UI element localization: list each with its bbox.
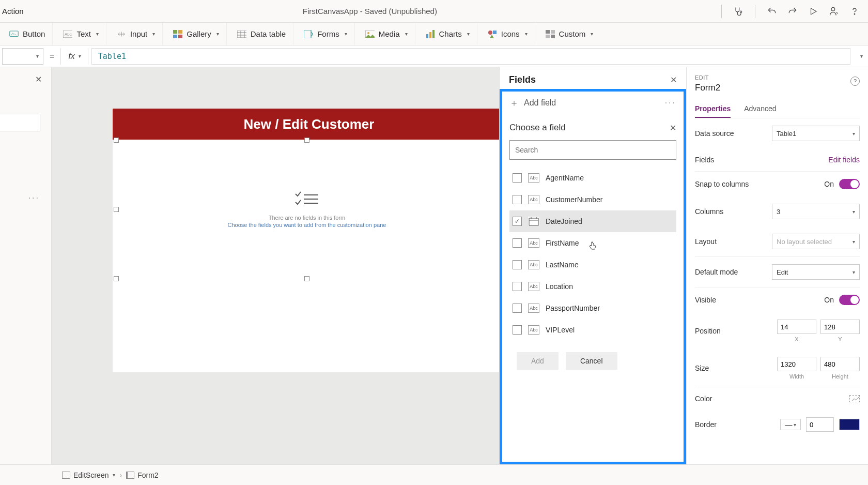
cancel-button[interactable]: Cancel [566, 352, 617, 370]
add-field-label: Add field [524, 98, 556, 108]
border-color-swatch[interactable] [839, 419, 860, 430]
field-row[interactable]: AbcFirstName [509, 232, 676, 254]
columns-select[interactable]: 3 ▾ [772, 204, 860, 219]
svg-rect-9 [178, 35, 182, 38]
resize-handle[interactable] [304, 138, 309, 143]
formula-input[interactable]: Table1 [91, 48, 850, 65]
breadcrumb-screen[interactable]: EditScreen ▾ [62, 471, 115, 479]
text-type-icon: Abc [528, 260, 539, 269]
checkbox[interactable] [513, 325, 522, 335]
tab-advanced[interactable]: Advanced [744, 100, 776, 118]
stethoscope-icon[interactable] [729, 2, 748, 21]
field-row[interactable]: AbcVIPLevel [509, 319, 676, 341]
border-width-input[interactable] [806, 417, 834, 432]
insert-forms[interactable]: Forms ▾ [297, 23, 355, 45]
checkbox[interactable] [513, 282, 522, 291]
checkbox[interactable] [513, 260, 522, 269]
insert-data-table[interactable]: Data table [230, 23, 293, 45]
person-icon[interactable] [825, 2, 843, 21]
svg-rect-14 [426, 34, 428, 38]
field-row[interactable]: AbcLocation [509, 276, 676, 297]
width-label: Width [777, 373, 816, 380]
close-icon[interactable]: ✕ [35, 74, 42, 84]
add-field-bar[interactable]: ＋ Add field ··· [502, 92, 684, 114]
formula-expand[interactable]: ▾ [854, 53, 868, 59]
design-canvas[interactable]: New / Edit Customer There are no fields … [52, 67, 499, 464]
insert-input[interactable]: Input ▾ [110, 23, 163, 45]
layout-select[interactable]: No layout selected ▾ [772, 234, 860, 249]
resize-handle[interactable] [304, 276, 309, 281]
snap-toggle[interactable] [839, 179, 860, 189]
data-source-select[interactable]: Table1 ▾ [772, 126, 860, 141]
field-name: Location [546, 282, 573, 291]
default-mode-select[interactable]: Edit ▾ [772, 264, 860, 280]
position-y-input[interactable] [820, 320, 860, 334]
empty-form-placeholder: There are no fields in this form Choose … [116, 140, 498, 228]
field-row[interactable]: AbcLastName [509, 254, 676, 276]
form-icon [126, 472, 134, 479]
checkbox[interactable] [513, 304, 522, 313]
insert-gallery[interactable]: Gallery ▾ [166, 23, 227, 45]
choose-field-title: Choose a field [509, 123, 566, 133]
checkbox[interactable] [513, 238, 522, 248]
insert-charts[interactable]: Charts ▾ [419, 23, 477, 45]
resize-handle[interactable] [114, 276, 119, 281]
tab-properties[interactable]: Properties [695, 100, 731, 118]
field-name: DateJoined [546, 217, 582, 225]
field-row[interactable]: AbcPassportNumber [509, 297, 676, 319]
form-selection[interactable]: There are no fields in this form Choose … [116, 140, 498, 279]
edit-fields-link[interactable]: Edit fields [828, 156, 860, 164]
y-label: Y [820, 336, 860, 342]
insert-text[interactable]: Abc Text ▾ [56, 23, 106, 45]
chevron-down-icon: ▾ [78, 53, 81, 59]
gallery-icon [173, 29, 182, 39]
resize-handle[interactable] [114, 207, 119, 212]
play-icon[interactable] [804, 2, 823, 21]
left-panel: ✕ ··· [0, 67, 52, 464]
size-height-input[interactable] [820, 357, 860, 371]
property-selector[interactable]: ▾ [2, 48, 43, 65]
color-label: Color [695, 395, 712, 403]
help-icon[interactable] [845, 2, 864, 21]
text-type-icon: Abc [528, 304, 539, 313]
close-icon[interactable]: ✕ [670, 75, 677, 85]
more-icon[interactable]: ··· [665, 98, 676, 108]
custom-icon [546, 29, 555, 39]
insert-custom[interactable]: Custom ▾ [538, 23, 601, 45]
add-button[interactable]: Add [517, 352, 559, 370]
border-style-select[interactable]: — ▾ [780, 419, 801, 430]
more-icon[interactable]: ··· [28, 193, 40, 203]
close-icon[interactable]: ✕ [670, 123, 676, 133]
position-x-input[interactable] [777, 320, 816, 334]
fx-button[interactable]: fx▾ [60, 48, 88, 65]
action-menu[interactable]: Action [0, 7, 24, 16]
insert-media[interactable]: Media ▾ [358, 23, 415, 45]
chevron-down-icon: ▾ [96, 31, 99, 37]
label: Text [76, 29, 91, 38]
tree-search[interactable] [0, 114, 40, 131]
size-width-input[interactable] [777, 357, 816, 371]
main-area: ✕ ··· New / Edit Customer There are no f… [0, 67, 868, 464]
svg-point-17 [488, 31, 492, 35]
resize-handle[interactable] [114, 138, 119, 143]
breadcrumb-form[interactable]: Form2 [126, 471, 158, 479]
insert-icons[interactable]: Icons ▾ [481, 23, 535, 45]
help-icon[interactable]: ? [850, 77, 860, 86]
redo-icon[interactable] [783, 2, 802, 21]
choose-field-pane: Choose a field ✕ AbcAgentNameAbcCustomer… [502, 114, 684, 381]
insert-button[interactable]: Button [2, 23, 53, 45]
undo-icon[interactable] [763, 2, 781, 21]
checkbox[interactable] [513, 173, 522, 183]
chevron-down-icon: ▾ [467, 31, 470, 37]
color-picker-button[interactable] [849, 395, 860, 402]
chevron-down-icon: ▾ [853, 131, 855, 137]
field-row[interactable]: AbcCustomerNumber [509, 189, 676, 210]
svg-rect-19 [546, 30, 550, 34]
position-label: Position [695, 327, 721, 335]
visible-toggle[interactable] [839, 295, 860, 305]
field-search-input[interactable] [509, 140, 676, 160]
checkbox[interactable] [513, 195, 522, 204]
checkbox[interactable] [513, 217, 522, 226]
field-row[interactable]: DateJoined [509, 210, 676, 232]
field-row[interactable]: AbcAgentName [509, 167, 676, 189]
